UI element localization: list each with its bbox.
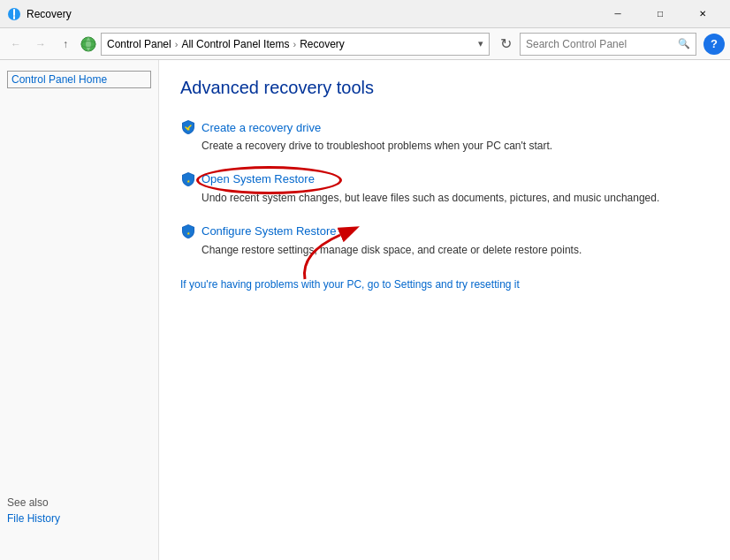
- search-icon[interactable]: 🔍: [678, 38, 690, 49]
- search-box: 🔍: [520, 33, 696, 56]
- recovery-item-system-restore: ★ Open System Restore Undo recent system…: [180, 171, 709, 206]
- configure-system-restore-link[interactable]: Configure System Restore: [202, 224, 336, 238]
- search-input[interactable]: [526, 38, 678, 50]
- sidebar-content: Control Panel Home: [0, 60, 159, 106]
- shield-icon-configure: ★: [180, 223, 196, 239]
- breadcrumb-part-3: Recovery: [300, 38, 345, 50]
- window-icon: [7, 7, 21, 21]
- create-recovery-drive-description: Create a recovery drive to troubleshoot …: [202, 139, 709, 154]
- shield-icon-create-drive: ★: [180, 119, 196, 135]
- breadcrumb: Control Panel › All Control Panel Items …: [107, 38, 478, 50]
- address-bar: ← → ↑ Control Panel › All Control Panel …: [0, 28, 730, 60]
- sidebar: Control Panel Home See also File History: [0, 60, 159, 560]
- create-recovery-drive-link[interactable]: Create a recovery drive: [202, 121, 321, 134]
- item-header-system-restore: ★ Open System Restore: [180, 171, 709, 187]
- settings-reset-link[interactable]: If you're having problems with your PC, …: [180, 278, 709, 291]
- breadcrumb-part-2: All Control Panel Items: [181, 38, 289, 50]
- breadcrumb-part-1: Control Panel: [107, 38, 171, 50]
- item-header-configure: ★ Configure System Restore: [180, 223, 709, 239]
- window-controls: ─ □ ✕: [597, 0, 723, 28]
- page-title: Advanced recovery tools: [180, 78, 709, 98]
- window-title: Recovery: [27, 8, 597, 20]
- see-also-section: See also File History: [7, 496, 157, 525]
- content-area: Advanced recovery tools ★ Create a recov…: [159, 60, 730, 560]
- open-system-restore-link[interactable]: Open System Restore: [202, 172, 315, 185]
- close-button[interactable]: ✕: [682, 0, 723, 28]
- up-button[interactable]: ↑: [55, 34, 76, 55]
- item-header-create-drive: ★ Create a recovery drive: [180, 119, 709, 135]
- location-icon: [80, 35, 97, 53]
- shield-icon-system-restore: ★: [180, 171, 196, 187]
- dropdown-arrow-icon[interactable]: ▾: [478, 38, 483, 49]
- minimize-button[interactable]: ─: [597, 0, 638, 28]
- see-also-label: See also: [7, 496, 157, 509]
- file-history-link[interactable]: File History: [7, 512, 157, 525]
- forward-button[interactable]: →: [30, 34, 51, 55]
- refresh-button[interactable]: ↻: [495, 34, 516, 55]
- back-button[interactable]: ←: [5, 34, 27, 55]
- address-box[interactable]: Control Panel › All Control Panel Items …: [101, 33, 490, 56]
- control-panel-home-link[interactable]: Control Panel Home: [7, 71, 151, 88]
- open-system-restore-description: Undo recent system changes, but leave fi…: [202, 191, 709, 206]
- recovery-item-configure: ★ Configure System Restore Change restor…: [180, 223, 709, 258]
- maximize-button[interactable]: □: [640, 0, 681, 28]
- configure-system-restore-description: Change restore settings, manage disk spa…: [202, 243, 709, 258]
- help-button[interactable]: ?: [703, 34, 725, 55]
- main-layout: Control Panel Home See also File History…: [0, 60, 730, 560]
- recovery-item-create-drive: ★ Create a recovery drive Create a recov…: [180, 119, 709, 154]
- title-bar: Recovery ─ □ ✕: [0, 0, 730, 28]
